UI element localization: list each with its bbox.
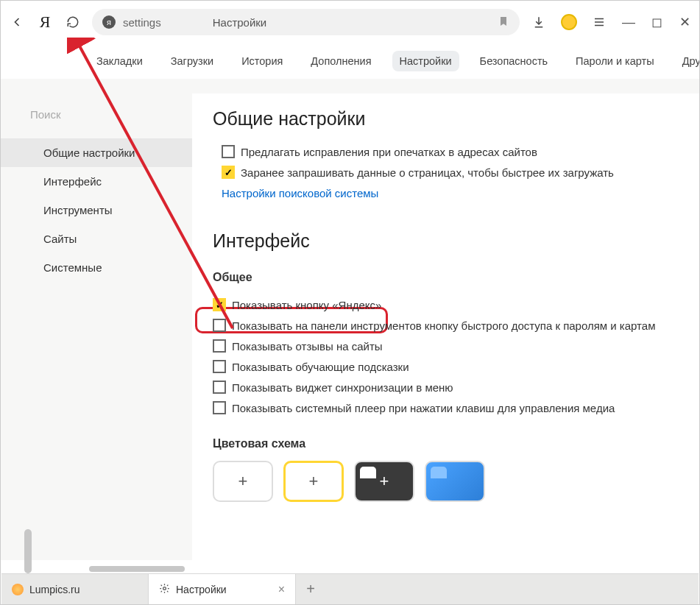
theme-chooser: + + + <box>213 461 679 502</box>
subsection-theme: Цветовая схема <box>213 437 679 450</box>
option-label: Заранее запрашивать данные о страницах, … <box>241 166 614 179</box>
checkbox-yandex-button[interactable] <box>213 298 226 311</box>
checkbox-sync-widget[interactable] <box>213 381 226 394</box>
sidebar-search[interactable]: Поиск <box>30 101 177 128</box>
checkbox-reviews[interactable] <box>213 339 226 353</box>
sidebar-item-general[interactable]: Общие настройки <box>1 138 192 167</box>
tab-security[interactable]: Безопасность <box>473 51 556 71</box>
option-label: Показывать отзывы на сайты <box>232 340 383 353</box>
option-label: Показывать на панели инструментов кнопку… <box>232 319 655 332</box>
toolbar-right: — ◻ ✕ <box>530 13 692 31</box>
tab-title: Настройки <box>176 584 227 595</box>
option-hints[interactable]: Показывать обучающие подсказки <box>213 356 679 377</box>
option-yandex-button[interactable]: Показывать кнопку «Яндекс» <box>213 294 679 315</box>
new-tab-button[interactable]: + <box>296 574 325 604</box>
theme-light[interactable]: + <box>213 461 273 502</box>
svg-point-0 <box>163 587 166 590</box>
downloads-icon[interactable] <box>530 13 548 31</box>
theme-light-selected[interactable]: + <box>283 461 344 502</box>
url-text: settings <box>123 16 161 29</box>
option-sync-widget[interactable]: Показывать виджет синхронизации в меню <box>213 377 679 397</box>
horizontal-scrollbar[interactable] <box>89 566 185 572</box>
tab-passwords[interactable]: Пароли и карты <box>568 51 662 71</box>
option-label: Предлагать исправления при опечатках в а… <box>241 146 537 158</box>
sidebar: Поиск Общие настройки Интерфейс Инструме… <box>1 79 192 560</box>
tab-downloads[interactable]: Загрузки <box>163 51 221 71</box>
main-area: Поиск Общие настройки Интерфейс Инструме… <box>1 79 699 560</box>
site-favicon: я <box>102 15 116 29</box>
browser-tab-bar: Lumpics.ru Настройки × + <box>1 573 699 604</box>
sidebar-item-system[interactable]: Системные <box>1 253 192 282</box>
browser-tab-1[interactable]: Lumpics.ru <box>1 574 149 604</box>
option-typo-suggest[interactable]: Предлагать исправления при опечатках в а… <box>213 141 679 162</box>
window-minimize[interactable]: — <box>621 15 636 30</box>
checkbox-hints[interactable] <box>213 360 226 373</box>
section-general-title: Общие настройки <box>213 108 679 130</box>
window-close[interactable]: ✕ <box>677 14 692 30</box>
checkbox-quick-passwords[interactable] <box>213 319 226 332</box>
checkbox-prefetch[interactable] <box>222 166 235 179</box>
tab-close-icon[interactable]: × <box>278 583 285 596</box>
option-label: Показывать виджет синхронизации в меню <box>232 381 453 394</box>
option-system-player[interactable]: Показывать системный плеер при нажатии к… <box>213 397 679 418</box>
gear-icon <box>159 583 170 596</box>
section-tabs: Закладки Загрузки История Дополнения Нас… <box>1 43 699 79</box>
tab-bookmarks[interactable]: Закладки <box>89 51 150 71</box>
window-maximize[interactable]: ◻ <box>649 14 664 30</box>
option-prefetch[interactable]: Заранее запрашивать данные о страницах, … <box>213 162 679 183</box>
page-title-in-urlbar: Настройки <box>213 16 267 29</box>
sidebar-item-interface[interactable]: Интерфейс <box>1 167 192 196</box>
menu-icon[interactable] <box>590 13 608 31</box>
tab-title: Lumpics.ru <box>29 584 79 595</box>
tab-other-devices[interactable]: Другие устройства <box>675 51 700 71</box>
theme-dark[interactable]: + <box>354 461 414 502</box>
section-interface-title: Интерфейс <box>213 230 679 252</box>
back-button[interactable] <box>8 13 26 31</box>
reload-button[interactable] <box>64 13 82 31</box>
checkbox-typo-suggest[interactable] <box>222 145 235 158</box>
profile-avatar[interactable] <box>561 14 577 30</box>
option-label: Показывать системный плеер при нажатии к… <box>232 402 615 414</box>
option-label: Показывать кнопку «Яндекс» <box>232 299 381 311</box>
subsection-general: Общее <box>213 271 679 284</box>
content-pane: Общие настройки Предлагать исправления п… <box>192 93 699 560</box>
option-quick-passwords[interactable]: Показывать на панели инструментов кнопку… <box>213 315 679 336</box>
vertical-scrollbar[interactable] <box>24 529 32 573</box>
bookmark-icon[interactable] <box>498 15 509 29</box>
tab-favicon-icon <box>12 584 24 595</box>
browser-tab-2[interactable]: Настройки × <box>149 574 296 604</box>
tab-settings[interactable]: Настройки <box>392 51 459 71</box>
theme-color[interactable] <box>425 461 485 502</box>
link-search-settings[interactable]: Настройки поисковой системы <box>213 183 679 204</box>
sidebar-item-sites[interactable]: Сайты <box>1 224 192 253</box>
sidebar-item-tools[interactable]: Инструменты <box>1 196 192 224</box>
url-bar[interactable]: я settings Настройки <box>92 9 520 35</box>
yandex-logo-button[interactable]: Я <box>36 13 54 31</box>
tab-addons[interactable]: Дополнения <box>303 51 378 71</box>
browser-toolbar: Я я settings Настройки — ◻ ✕ <box>1 1 699 43</box>
option-label: Показывать обучающие подсказки <box>232 361 409 373</box>
option-reviews[interactable]: Показывать отзывы на сайты <box>213 336 679 356</box>
checkbox-system-player[interactable] <box>213 401 226 414</box>
tab-history[interactable]: История <box>234 51 290 71</box>
